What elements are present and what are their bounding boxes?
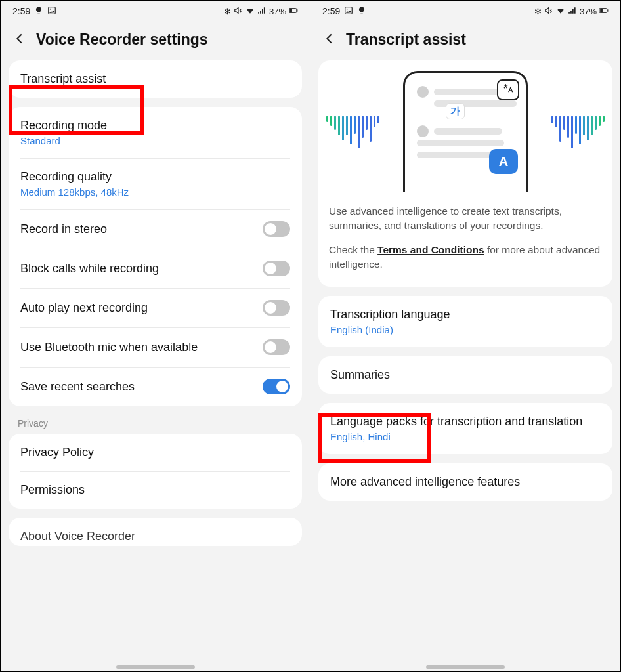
toggle-block-calls[interactable] (263, 261, 290, 276)
item-value: Standard (20, 135, 290, 146)
item-language-packs[interactable]: Language packs for transcription and tra… (318, 403, 612, 454)
card-summaries: Summaries (318, 356, 612, 394)
signal-icon (257, 6, 267, 17)
home-indicator[interactable] (426, 665, 505, 669)
bluetooth-icon: ✻ (534, 7, 542, 16)
battery-icon (289, 6, 298, 17)
item-recording-quality[interactable]: Recording quality Medium 128kbps, 48kHz (9, 158, 302, 209)
item-label: Block calls while recording (20, 262, 159, 276)
status-bar: 2:59 ✻ 37% (310, 1, 620, 22)
image-icon (47, 6, 56, 17)
item-recent-searches[interactable]: Save recent searches (9, 367, 302, 406)
desc-line-2: Check the Terms and Conditions for more … (329, 243, 602, 272)
card-transcription-language: Transcription language English (India) (318, 296, 612, 347)
wifi-icon (556, 6, 565, 17)
item-label: Auto play next recording (20, 301, 148, 315)
item-value: English, Hindi (330, 431, 601, 442)
item-label: Recording mode (20, 119, 290, 133)
svg-rect-3 (289, 9, 292, 12)
item-label: Transcription language (330, 308, 601, 322)
status-bar: 2:59 ✻ 37% (1, 1, 310, 22)
translate-icon (497, 79, 519, 100)
card-recording-options: Recording mode Standard Recording qualit… (9, 107, 302, 406)
toggle-bluetooth-mic[interactable] (263, 339, 290, 355)
card-language-packs: Language packs for transcription and tra… (318, 403, 612, 454)
item-label: Language packs for transcription and tra… (330, 415, 601, 429)
screen-transcript-assist: 2:59 ✻ 37% (310, 1, 620, 672)
battery-icon (599, 6, 609, 17)
item-record-stereo[interactable]: Record in stereo (9, 209, 302, 249)
hero-card: 가 A Use advanced intelligence to create … (318, 60, 612, 287)
toggle-stereo[interactable] (263, 221, 290, 237)
mute-icon (544, 6, 553, 17)
toggle-recent-searches[interactable] (263, 379, 290, 394)
waveform-icon (326, 116, 379, 148)
item-label: Privacy Policy (20, 446, 290, 459)
item-transcript-assist[interactable]: Transcript assist (9, 60, 302, 98)
svg-rect-0 (49, 7, 56, 14)
waveform-icon (551, 116, 605, 148)
item-recording-mode[interactable]: Recording mode Standard (9, 107, 302, 158)
hero-illustration: 가 A (329, 71, 602, 192)
phone-frame-illustration: 가 A (403, 71, 528, 192)
bulb-icon (34, 6, 43, 17)
page-title: Transcript assist (346, 31, 466, 49)
battery-pct: 37% (269, 7, 286, 16)
header: Voice Recorder settings (1, 22, 310, 60)
item-more-features[interactable]: More advanced intelligence features (318, 463, 612, 501)
item-bluetooth-mic[interactable]: Use Bluetooth mic when available (9, 327, 302, 367)
item-value: Medium 128kbps, 48kHz (20, 186, 290, 198)
item-label: Summaries (330, 368, 601, 382)
page-title: Voice Recorder settings (36, 31, 208, 49)
item-about[interactable]: About Voice Recorder (9, 518, 302, 546)
card-about: About Voice Recorder (9, 518, 302, 546)
bluetooth-icon: ✻ (224, 7, 231, 16)
status-time: 2:59 (322, 6, 340, 16)
item-block-calls[interactable]: Block calls while recording (9, 249, 302, 288)
item-summaries[interactable]: Summaries (318, 356, 612, 394)
svg-point-1 (50, 8, 51, 9)
card-more-features: More advanced intelligence features (318, 463, 612, 501)
item-label: Recording quality (20, 170, 290, 184)
item-transcription-language[interactable]: Transcription language English (India) (318, 296, 612, 347)
screen-voice-recorder-settings: 2:59 ✻ 37% (1, 1, 310, 672)
item-label: More advanced intelligence features (330, 475, 601, 489)
toggle-autoplay[interactable] (263, 300, 290, 316)
section-label-privacy: Privacy (1, 415, 310, 434)
item-value: English (India) (330, 324, 601, 335)
wifi-icon (246, 6, 255, 17)
terms-link[interactable]: Terms and Conditions (377, 244, 484, 255)
item-label: About Voice Recorder (20, 530, 290, 543)
svg-point-6 (347, 8, 348, 9)
letter-a-bubble-icon: A (489, 149, 518, 174)
bulb-icon (357, 6, 366, 17)
item-label: Transcript assist (20, 72, 290, 86)
status-time: 2:59 (12, 6, 30, 16)
item-autoplay[interactable]: Auto play next recording (9, 288, 302, 327)
card-transcript-assist: Transcript assist (9, 60, 302, 98)
signal-icon (568, 6, 577, 17)
item-label: Record in stereo (20, 222, 107, 236)
mute-icon (234, 6, 243, 17)
header: Transcript assist (310, 22, 620, 60)
item-label: Use Bluetooth mic when available (20, 341, 198, 354)
hero-description: Use advanced intelligence to create text… (329, 204, 602, 272)
item-privacy-policy[interactable]: Privacy Policy (9, 434, 302, 471)
card-privacy: Privacy Policy Permissions (9, 434, 302, 509)
korean-char-tag: 가 (446, 103, 465, 119)
item-label: Save recent searches (20, 380, 135, 394)
back-icon[interactable] (12, 32, 27, 49)
image-icon (344, 6, 353, 17)
svg-rect-4 (297, 9, 297, 12)
svg-rect-9 (607, 9, 608, 12)
back-icon[interactable] (322, 32, 337, 49)
svg-rect-8 (600, 9, 603, 12)
item-label: Permissions (20, 483, 290, 497)
home-indicator[interactable] (116, 665, 195, 669)
battery-pct: 37% (580, 7, 597, 16)
item-permissions[interactable]: Permissions (9, 471, 302, 509)
desc-line-1: Use advanced intelligence to create text… (329, 204, 602, 234)
